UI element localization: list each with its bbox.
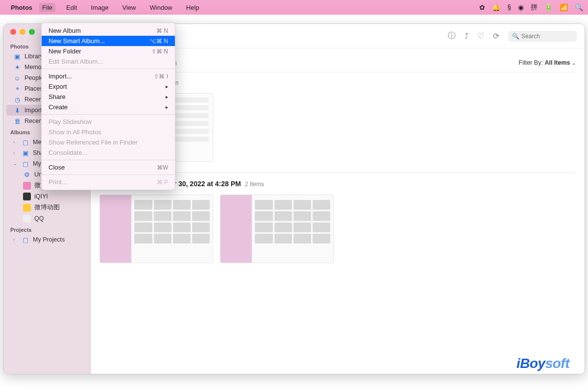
menu-window[interactable]: Window bbox=[147, 3, 175, 12]
wechat-icon[interactable]: ✿ bbox=[479, 3, 485, 11]
input-method-icon[interactable]: 拼 bbox=[531, 3, 538, 12]
menu-new-smart-album[interactable]: New Smart Album...⌥⌘ N bbox=[42, 36, 175, 46]
sidebar-item-weibo-gif[interactable]: 微博动图 bbox=[3, 202, 90, 213]
gear-icon: ⚙ bbox=[23, 171, 31, 178]
sidebar-item-label: My Projects bbox=[33, 236, 65, 243]
menu-import[interactable]: Import...⇧⌘ I bbox=[42, 71, 175, 81]
menu-item-label: Print... bbox=[49, 178, 67, 186]
menu-separator bbox=[42, 114, 175, 115]
memories-icon: ✦ bbox=[13, 63, 21, 71]
menu-item-label: New Folder bbox=[49, 48, 81, 55]
battery-icon[interactable]: 🔋 bbox=[544, 3, 553, 11]
menu-image[interactable]: Image bbox=[88, 3, 111, 12]
menu-item-label: Play Slideshow bbox=[49, 118, 92, 125]
import-icon: ⬇ bbox=[13, 106, 21, 114]
menu-new-folder[interactable]: New Folder⇧⌘ N bbox=[42, 46, 175, 56]
menu-edit[interactable]: Edit bbox=[63, 3, 80, 12]
file-menu-dropdown: New Album⌘ N New Smart Album...⌥⌘ N New … bbox=[41, 23, 175, 190]
menu-item-label: Close bbox=[49, 164, 65, 171]
chevron-right-icon: ▸ bbox=[166, 84, 168, 89]
app-name[interactable]: Photos bbox=[11, 4, 32, 11]
menu-help[interactable]: Help bbox=[183, 3, 202, 12]
search-input[interactable] bbox=[521, 33, 573, 40]
album-thumb-icon bbox=[23, 204, 31, 212]
sidebar-item-label: iQIYI bbox=[34, 193, 48, 200]
menu-view[interactable]: View bbox=[120, 3, 139, 12]
sidebar-item-label: QQ bbox=[34, 215, 44, 222]
clock-icon: ◷ bbox=[13, 96, 21, 103]
menu-close[interactable]: Close⌘W bbox=[42, 162, 175, 172]
filter-control[interactable]: Filter By: All Items ⌄ bbox=[519, 59, 576, 66]
trash-icon: 🗑 bbox=[13, 117, 21, 125]
shared-icon: ▣ bbox=[22, 149, 29, 157]
menu-edit-smart-album: Edit Smart Album... bbox=[42, 56, 175, 67]
menu-print: Print...⌘ P bbox=[42, 177, 175, 187]
folder-icon: ▢ bbox=[22, 138, 29, 146]
sidebar-item-my-projects[interactable]: ›▢My Projects bbox=[3, 234, 90, 245]
menu-create[interactable]: Create▸ bbox=[42, 102, 175, 112]
share-icon[interactable]: ⤴ bbox=[465, 32, 468, 41]
filter-value: All Items bbox=[544, 59, 570, 66]
menu-new-album[interactable]: New Album⌘ N bbox=[42, 25, 175, 36]
menu-show-all-photos: Show in All Photos bbox=[42, 127, 175, 137]
menu-item-label: Show Referenced File in Finder bbox=[49, 139, 138, 146]
menu-item-label: Consolidate... bbox=[49, 149, 88, 156]
menubar: Photos File Edit Image View Window Help … bbox=[0, 0, 588, 15]
sidebar-item-iqiyi[interactable]: iQIYI bbox=[3, 191, 90, 202]
menu-item-label: Create bbox=[49, 103, 68, 111]
app-tray-icon[interactable]: § bbox=[507, 3, 511, 11]
chevron-right-icon: › bbox=[13, 140, 18, 145]
people-icon: ☺ bbox=[13, 74, 21, 82]
photo-thumbnail[interactable] bbox=[220, 195, 334, 263]
close-button[interactable] bbox=[10, 29, 16, 35]
menu-consolidate: Consolidate... bbox=[42, 147, 175, 158]
shortcut-label: ⌘ P bbox=[157, 179, 168, 186]
chevron-right-icon: ▸ bbox=[166, 94, 168, 99]
spotlight-icon[interactable]: 🔍 bbox=[575, 3, 583, 11]
user-icon[interactable]: ◉ bbox=[518, 3, 524, 11]
sidebar-item-label: Places bbox=[24, 85, 43, 92]
album-thumb-icon bbox=[23, 182, 31, 190]
group-count: 2 Items bbox=[245, 181, 264, 188]
thumbnail-row bbox=[99, 193, 576, 267]
shortcut-label: ⇧⌘ N bbox=[151, 48, 168, 55]
info-icon[interactable]: ⓘ bbox=[448, 31, 456, 41]
sidebar-item-label: Library bbox=[24, 53, 43, 60]
shortcut-label: ⇧⌘ I bbox=[154, 73, 168, 80]
menu-export[interactable]: Export▸ bbox=[42, 81, 175, 92]
notification-icon[interactable]: 🔔 bbox=[492, 3, 500, 11]
fullscreen-button[interactable] bbox=[29, 29, 35, 35]
chevron-right-icon: › bbox=[13, 150, 18, 155]
menu-show-referenced-file: Show Referenced File in Finder bbox=[42, 137, 175, 147]
chevron-down-icon: ⌄ bbox=[572, 60, 576, 66]
folder-icon: ▢ bbox=[22, 160, 29, 168]
sidebar-item-qq[interactable]: QQ bbox=[3, 213, 90, 224]
menu-play-slideshow: Play Slideshow bbox=[42, 117, 175, 127]
watermark: iBoysoft bbox=[516, 356, 569, 371]
menu-share[interactable]: Share▸ bbox=[42, 92, 175, 102]
menu-item-label: Import... bbox=[49, 73, 72, 80]
search-icon: 🔍 bbox=[512, 33, 519, 40]
menu-item-label: New Smart Album... bbox=[49, 37, 105, 45]
minimize-button[interactable] bbox=[20, 29, 25, 35]
watermark-post: soft bbox=[545, 356, 569, 371]
rotate-icon[interactable]: ⟳ bbox=[493, 31, 499, 41]
favorite-icon[interactable]: ♡ bbox=[477, 31, 484, 41]
search-box[interactable]: 🔍 bbox=[508, 31, 577, 42]
menu-item-label: Export bbox=[49, 83, 67, 90]
album-thumb-icon bbox=[23, 215, 31, 222]
menu-item-label: New Album bbox=[49, 27, 81, 34]
menu-item-label: Show in All Photos bbox=[49, 128, 101, 136]
section-projects: Projects bbox=[3, 224, 90, 234]
wifi-icon[interactable]: 📶 bbox=[560, 3, 568, 11]
menu-file[interactable]: File bbox=[39, 3, 55, 12]
shortcut-label: ⌘ N bbox=[156, 27, 168, 34]
shortcut-label: ⌥⌘ N bbox=[149, 38, 168, 45]
library-icon: ▣ bbox=[13, 52, 21, 60]
shortcut-label: ⌘W bbox=[157, 164, 168, 171]
chevron-down-icon: ⌄ bbox=[13, 161, 18, 166]
photo-thumbnail[interactable] bbox=[99, 195, 213, 263]
album-thumb-icon bbox=[23, 193, 31, 200]
filter-label: Filter By: bbox=[519, 59, 543, 66]
menu-separator bbox=[42, 69, 175, 69]
